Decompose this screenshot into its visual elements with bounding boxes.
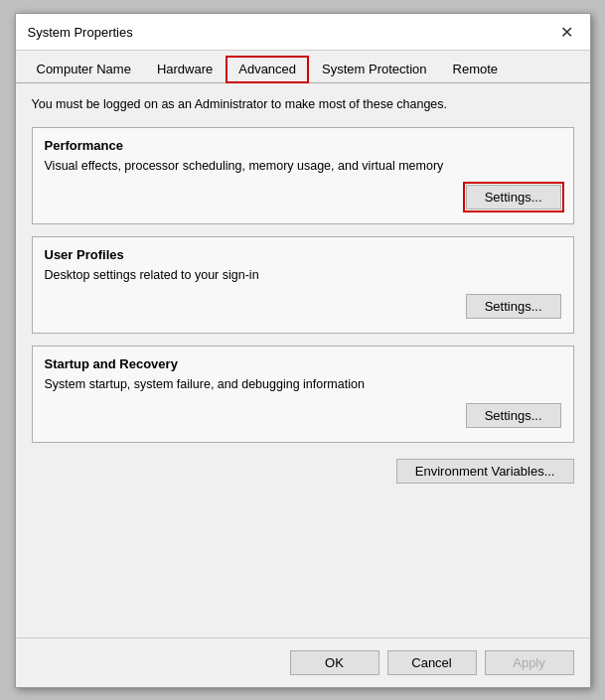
startup-recovery-settings-button[interactable]: Settings... [466, 403, 561, 428]
user-profiles-section: User Profiles Desktop settings related t… [32, 236, 574, 334]
user-profiles-title: User Profiles [45, 247, 561, 262]
ok-button[interactable]: OK [290, 650, 379, 675]
env-variables-row: Environment Variables... [32, 459, 574, 484]
performance-settings-button[interactable]: Settings... [466, 185, 561, 210]
close-button[interactable]: ✕ [556, 22, 578, 44]
close-icon: ✕ [560, 23, 573, 42]
system-properties-dialog: System Properties ✕ Computer Name Hardwa… [15, 13, 591, 688]
startup-recovery-section: Startup and Recovery System startup, sys… [32, 346, 574, 443]
dialog-title: System Properties [28, 25, 133, 40]
tab-remote[interactable]: Remote [440, 56, 512, 83]
title-bar: System Properties ✕ [16, 14, 590, 51]
admin-notice: You must be logged on as an Administrato… [32, 97, 574, 111]
tab-computer-name[interactable]: Computer Name [24, 56, 144, 83]
performance-desc: Visual effects, processor scheduling, me… [45, 159, 561, 173]
user-profiles-settings-button[interactable]: Settings... [466, 294, 561, 319]
tab-system-protection[interactable]: System Protection [309, 56, 440, 83]
cancel-button[interactable]: Cancel [387, 650, 477, 675]
tab-hardware[interactable]: Hardware [144, 56, 226, 83]
startup-recovery-desc: System startup, system failure, and debu… [45, 377, 561, 391]
startup-recovery-title: Startup and Recovery [45, 356, 561, 371]
tab-advanced[interactable]: Advanced [226, 56, 309, 83]
startup-recovery-btn-row: Settings... [45, 403, 561, 428]
environment-variables-button[interactable]: Environment Variables... [396, 459, 574, 484]
performance-section: Performance Visual effects, processor sc… [32, 127, 574, 224]
user-profiles-desc: Desktop settings related to your sign-in [45, 268, 561, 282]
tab-content: You must be logged on as an Administrato… [16, 83, 590, 637]
apply-button[interactable]: Apply [485, 650, 574, 675]
performance-title: Performance [45, 138, 561, 153]
performance-btn-row: Settings... [45, 185, 561, 210]
user-profiles-btn-row: Settings... [45, 294, 561, 319]
bottom-bar: OK Cancel Apply [16, 637, 590, 687]
tab-bar: Computer Name Hardware Advanced System P… [16, 51, 590, 83]
